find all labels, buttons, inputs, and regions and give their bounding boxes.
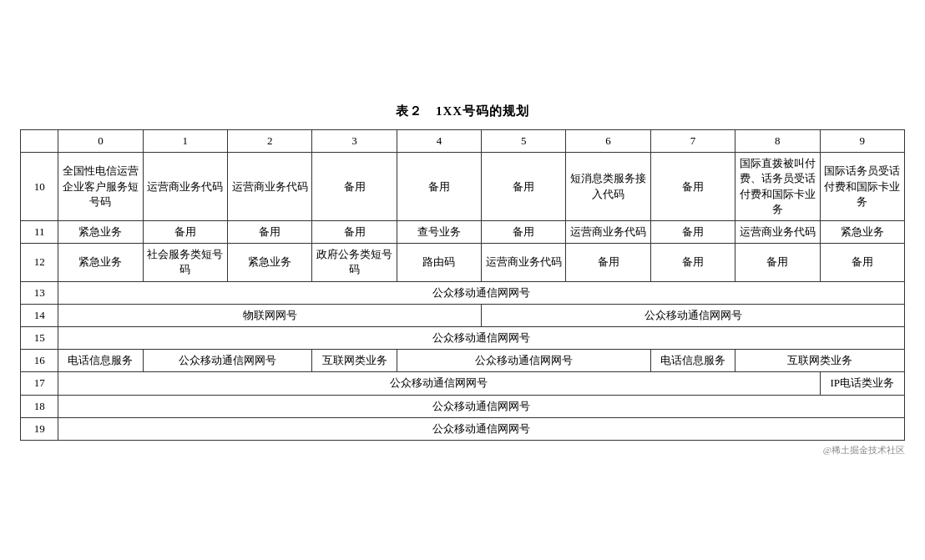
header-col-1: 1 bbox=[143, 130, 227, 153]
table-cell: 公众移动通信网网号 bbox=[58, 326, 905, 349]
table-wrapper: 0 1 2 3 4 5 6 7 8 9 10全国性电信运营企业客户服务短号码运营… bbox=[20, 129, 905, 441]
table-cell: 公众移动通信网网号 bbox=[58, 417, 905, 440]
table-cell: 查号业务 bbox=[397, 221, 481, 244]
table-cell: 运营商业务代码 bbox=[566, 221, 650, 244]
header-col-4: 4 bbox=[397, 130, 481, 153]
table-row: 15公众移动通信网网号 bbox=[21, 326, 905, 349]
table-row: 18公众移动通信网网号 bbox=[21, 395, 905, 417]
table-cell: 物联网网号 bbox=[58, 304, 482, 326]
table-cell: 备用 bbox=[735, 244, 820, 281]
table-cell: 路由码 bbox=[397, 244, 481, 281]
table-cell: 备用 bbox=[312, 221, 397, 244]
table-cell: 备用 bbox=[397, 153, 481, 221]
table-title: 表２ 1XX号码的规划 bbox=[396, 103, 529, 119]
table-cell: 电话信息服务 bbox=[650, 350, 735, 372]
table-row: 16电话信息服务公众移动通信网网号互联网类业务公众移动通信网网号电话信息服务互联… bbox=[21, 350, 905, 372]
row-id: 13 bbox=[21, 281, 58, 304]
table-cell: 备用 bbox=[650, 244, 735, 281]
table-cell: 电话信息服务 bbox=[58, 350, 143, 372]
row-id: 11 bbox=[21, 221, 58, 244]
table-cell: 备用 bbox=[650, 153, 735, 221]
header-col-7: 7 bbox=[650, 130, 735, 153]
table-cell: 互联网类业务 bbox=[735, 350, 905, 372]
table-cell: 国际直拨被叫付费、话务员受话付费和国际卡业务 bbox=[735, 153, 820, 221]
table-cell: 运营商业务代码 bbox=[143, 153, 227, 221]
table-cell: 全国性电信运营企业客户服务短号码 bbox=[58, 153, 143, 221]
table-cell: 短消息类服务接入代码 bbox=[566, 153, 650, 221]
table-cell: 紧急业务 bbox=[58, 221, 143, 244]
table-cell: 运营商业务代码 bbox=[735, 221, 820, 244]
header-row: 0 1 2 3 4 5 6 7 8 9 bbox=[21, 130, 905, 153]
table-cell: 备用 bbox=[312, 153, 397, 221]
table-cell: 备用 bbox=[566, 244, 650, 281]
table-cell: 备用 bbox=[482, 221, 566, 244]
row-id: 19 bbox=[21, 417, 58, 440]
row-id: 14 bbox=[21, 304, 58, 326]
table-cell: 备用 bbox=[482, 153, 566, 221]
table-cell: 公众移动通信网网号 bbox=[482, 304, 905, 326]
header-row-label bbox=[21, 130, 58, 153]
table-row: 10全国性电信运营企业客户服务短号码运营商业务代码运营商业务代码备用备用备用短消… bbox=[21, 153, 905, 221]
table-row: 12紧急业务社会服务类短号码紧急业务政府公务类短号码路由码运营商业务代码备用备用… bbox=[21, 244, 905, 281]
table-cell: 公众移动通信网网号 bbox=[58, 372, 820, 395]
table-cell: 公众移动通信网网号 bbox=[143, 350, 312, 372]
table-row: 14物联网网号公众移动通信网网号 bbox=[21, 304, 905, 326]
row-id: 16 bbox=[21, 350, 58, 372]
row-id: 10 bbox=[21, 153, 58, 221]
table-cell: 备用 bbox=[820, 244, 904, 281]
table-cell: 紧急业务 bbox=[820, 221, 904, 244]
header-col-0: 0 bbox=[58, 130, 143, 153]
header-col-5: 5 bbox=[482, 130, 566, 153]
table-cell: 运营商业务代码 bbox=[228, 153, 312, 221]
table-cell: 备用 bbox=[650, 221, 735, 244]
header-col-8: 8 bbox=[735, 130, 820, 153]
main-table: 0 1 2 3 4 5 6 7 8 9 10全国性电信运营企业客户服务短号码运营… bbox=[20, 129, 905, 441]
row-id: 12 bbox=[21, 244, 58, 281]
table-cell: 社会服务类短号码 bbox=[143, 244, 227, 281]
header-col-2: 2 bbox=[228, 130, 312, 153]
table-cell: 公众移动通信网网号 bbox=[397, 350, 650, 372]
table-cell: 运营商业务代码 bbox=[482, 244, 566, 281]
table-cell: 公众移动通信网网号 bbox=[58, 281, 905, 304]
table-row: 11紧急业务备用备用备用查号业务备用运营商业务代码备用运营商业务代码紧急业务 bbox=[21, 221, 905, 244]
table-cell: IP电话类业务 bbox=[820, 372, 904, 395]
table-row: 17公众移动通信网网号IP电话类业务 bbox=[21, 372, 905, 395]
table-row: 19公众移动通信网网号 bbox=[21, 417, 905, 440]
table-cell: 国际话务员受话付费和国际卡业务 bbox=[820, 153, 904, 221]
watermark: @稀土掘金技术社区 bbox=[20, 444, 905, 457]
table-cell: 互联网类业务 bbox=[312, 350, 397, 372]
table-cell: 公众移动通信网网号 bbox=[58, 395, 905, 417]
table-cell: 备用 bbox=[143, 221, 227, 244]
row-id: 17 bbox=[21, 372, 58, 395]
header-col-6: 6 bbox=[566, 130, 650, 153]
row-id: 18 bbox=[21, 395, 58, 417]
table-cell: 备用 bbox=[228, 221, 312, 244]
table-row: 13公众移动通信网网号 bbox=[21, 281, 905, 304]
table-cell: 紧急业务 bbox=[228, 244, 312, 281]
header-col-3: 3 bbox=[312, 130, 397, 153]
row-id: 15 bbox=[21, 326, 58, 349]
table-cell: 紧急业务 bbox=[58, 244, 143, 281]
table-cell: 政府公务类短号码 bbox=[312, 244, 397, 281]
header-col-9: 9 bbox=[820, 130, 904, 153]
